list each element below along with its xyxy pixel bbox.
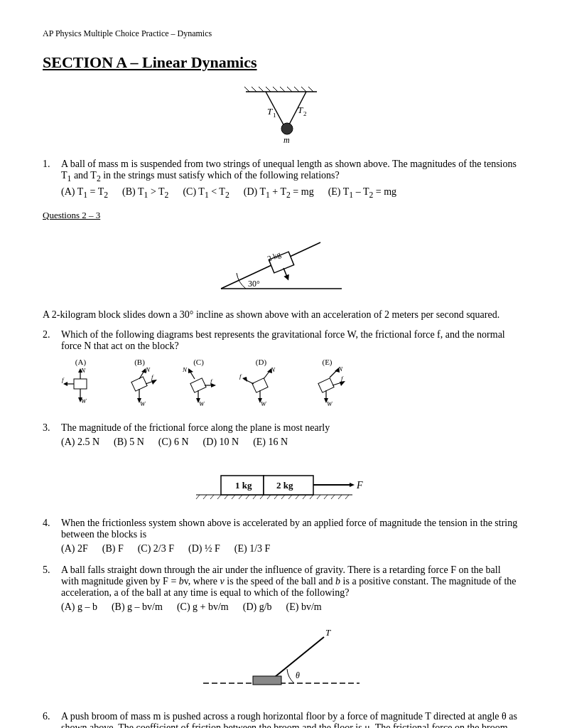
- svg-line-90: [288, 495, 292, 499]
- q4-text: When the frictionless system shown above…: [61, 518, 519, 540]
- svg-text:f: f: [341, 375, 344, 382]
- question-5: 5. A ball falls straight down through th…: [43, 564, 519, 613]
- svg-text:N: N: [182, 366, 188, 373]
- svg-line-78: [203, 495, 207, 499]
- svg-line-8: [294, 87, 299, 92]
- svg-line-5: [273, 87, 278, 92]
- svg-text:T: T: [298, 105, 303, 115]
- svg-line-85: [253, 495, 256, 499]
- svg-rect-26: [74, 379, 87, 389]
- svg-text:f: f: [62, 376, 65, 383]
- broom-svg: θ T: [182, 623, 381, 701]
- svg-text:W: W: [327, 400, 333, 407]
- svg-text:N: N: [80, 367, 86, 374]
- strings-svg: T 1 T 2 m: [203, 85, 360, 149]
- svg-line-1: [244, 87, 249, 92]
- svg-text:2 kg: 2 kg: [276, 480, 293, 491]
- q2-num: 2.: [43, 329, 55, 352]
- svg-line-92: [303, 495, 306, 499]
- q5-text: A ball falls straight down through the a…: [61, 564, 519, 599]
- svg-text:1: 1: [273, 112, 276, 119]
- force-diagram-d: N W f: [238, 366, 284, 412]
- question-4: 4. When the frictionless system shown ab…: [43, 518, 519, 555]
- svg-line-79: [210, 495, 214, 499]
- svg-line-89: [281, 495, 285, 499]
- svg-line-87: [267, 495, 271, 499]
- incline-description: A 2-kilogram block slides down a 30° inc…: [43, 309, 519, 321]
- q3-num: 3.: [43, 422, 55, 434]
- q3-choices: (A) 2.5 N (B) 5 N (C) 6 N (D) 10 N (E) 1…: [61, 437, 519, 448]
- svg-text:f: f: [151, 373, 154, 380]
- q2-text: Which of the following diagrams best rep…: [61, 329, 519, 352]
- svg-line-9: [301, 87, 306, 92]
- svg-text:T: T: [325, 627, 331, 638]
- q1-text: A ball of mass m is suspended from two s…: [61, 159, 519, 183]
- question-6: 6. A push broom of mass m is pushed acro…: [43, 711, 519, 728]
- svg-text:W: W: [81, 397, 87, 405]
- force-diagram-b: N W f: [120, 366, 159, 412]
- svg-line-4: [266, 87, 271, 92]
- questions-label: Questions 2 – 3: [43, 210, 519, 221]
- incline-svg: 30° 2 kg: [200, 228, 363, 299]
- svg-line-93: [310, 495, 313, 499]
- svg-rect-108: [253, 676, 281, 685]
- svg-marker-34: [63, 382, 67, 386]
- svg-text:2: 2: [303, 110, 307, 117]
- svg-line-80: [217, 495, 221, 499]
- q6-num: 6.: [43, 711, 55, 728]
- svg-line-84: [246, 495, 249, 499]
- q5-choices: (A) g – b (B) g – bv/m (C) g + bv/m (D) …: [61, 601, 519, 613]
- svg-line-88: [274, 495, 278, 499]
- svg-line-82: [232, 495, 235, 499]
- svg-text:1 kg: 1 kg: [235, 480, 252, 491]
- svg-text:W: W: [199, 400, 205, 407]
- svg-line-98: [345, 495, 349, 499]
- svg-line-97: [338, 495, 342, 499]
- q6-text: A push broom of mass m is pushed across …: [61, 711, 519, 728]
- q3-text: The magnitude of the frictional force al…: [61, 422, 330, 434]
- svg-line-10: [308, 87, 313, 92]
- page-header: AP Physics Multiple Choice Practice – Dy…: [43, 28, 519, 39]
- q5-num: 5.: [43, 564, 55, 599]
- svg-line-7: [287, 87, 292, 92]
- q4-num: 4.: [43, 518, 55, 540]
- svg-text:m: m: [283, 135, 290, 145]
- svg-text:F: F: [356, 480, 363, 491]
- svg-line-3: [259, 87, 264, 92]
- svg-marker-48: [188, 368, 193, 373]
- force-diagram-e: N W f: [304, 366, 350, 412]
- svg-point-13: [281, 123, 293, 134]
- svg-line-83: [239, 495, 242, 499]
- force-diagram-a: N W f: [61, 366, 100, 412]
- q1-choices: (A) T1 = T2 (B) T1 > T2 (C) T1 < T2 (D) …: [61, 186, 519, 200]
- svg-line-6: [280, 87, 285, 92]
- svg-marker-25: [283, 274, 291, 281]
- broom-diagram: θ T: [43, 623, 519, 701]
- svg-text:W: W: [261, 400, 267, 407]
- header-title: AP Physics Multiple Choice Practice – Dy…: [43, 28, 212, 38]
- q4-choices: (A) 2F (B) F (C) 2/3 F (D) ½ F (E) 1/3 F: [61, 543, 519, 555]
- svg-marker-44: [151, 380, 157, 385]
- question-1: 1. A ball of mass m is suspended from tw…: [43, 159, 519, 200]
- svg-line-91: [296, 495, 299, 499]
- svg-line-94: [317, 495, 320, 499]
- svg-text:T: T: [267, 106, 273, 117]
- svg-text:W: W: [140, 400, 146, 407]
- svg-text:N: N: [145, 366, 151, 373]
- incline-diagram: 30° 2 kg: [43, 228, 519, 299]
- svg-marker-64: [242, 377, 247, 382]
- svg-text:N: N: [270, 366, 276, 373]
- svg-line-96: [331, 495, 335, 499]
- svg-text:f: f: [210, 378, 213, 385]
- svg-marker-104: [350, 483, 355, 487]
- svg-text:f: f: [239, 373, 242, 380]
- question-2: 2. Which of the following diagrams best …: [43, 329, 519, 412]
- section-title: SECTION A – Linear Dynamics: [43, 53, 519, 72]
- svg-line-81: [225, 495, 228, 499]
- q1-num: 1.: [43, 159, 55, 183]
- svg-text:θ: θ: [296, 670, 300, 680]
- svg-line-2: [252, 87, 256, 92]
- svg-line-86: [260, 495, 264, 499]
- svg-line-95: [324, 495, 328, 499]
- svg-line-77: [196, 495, 200, 499]
